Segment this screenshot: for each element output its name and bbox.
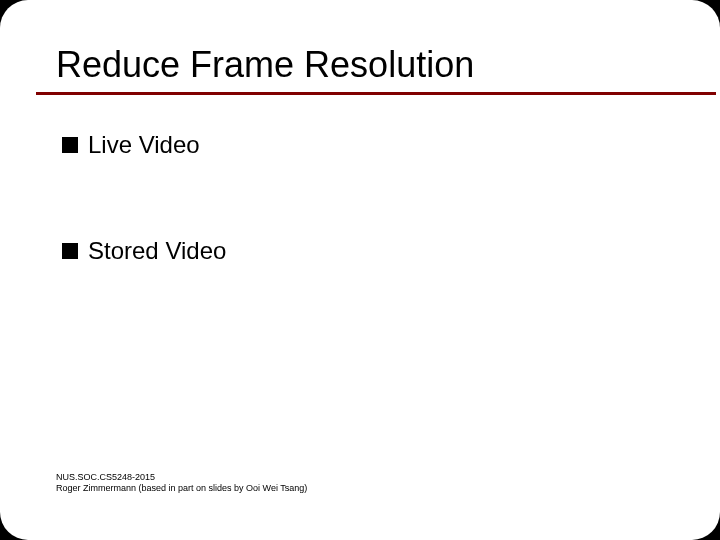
footer-line-2: Roger Zimmermann (based in part on slide… bbox=[56, 483, 307, 494]
slide-content: Reduce Frame Resolution Live Video Store… bbox=[0, 0, 720, 265]
bullet-list: Live Video Stored Video bbox=[56, 131, 664, 265]
footer-line-1: NUS.SOC.CS5248-2015 bbox=[56, 472, 307, 483]
bullet-text: Stored Video bbox=[88, 237, 226, 265]
slide: Reduce Frame Resolution Live Video Store… bbox=[0, 0, 720, 540]
square-bullet-icon bbox=[62, 243, 78, 259]
slide-title: Reduce Frame Resolution bbox=[56, 44, 664, 86]
slide-footer: NUS.SOC.CS5248-2015 Roger Zimmermann (ba… bbox=[56, 472, 307, 495]
title-rule bbox=[36, 92, 716, 95]
list-item: Stored Video bbox=[62, 237, 664, 265]
square-bullet-icon bbox=[62, 137, 78, 153]
bullet-text: Live Video bbox=[88, 131, 200, 159]
list-item: Live Video bbox=[62, 131, 664, 159]
